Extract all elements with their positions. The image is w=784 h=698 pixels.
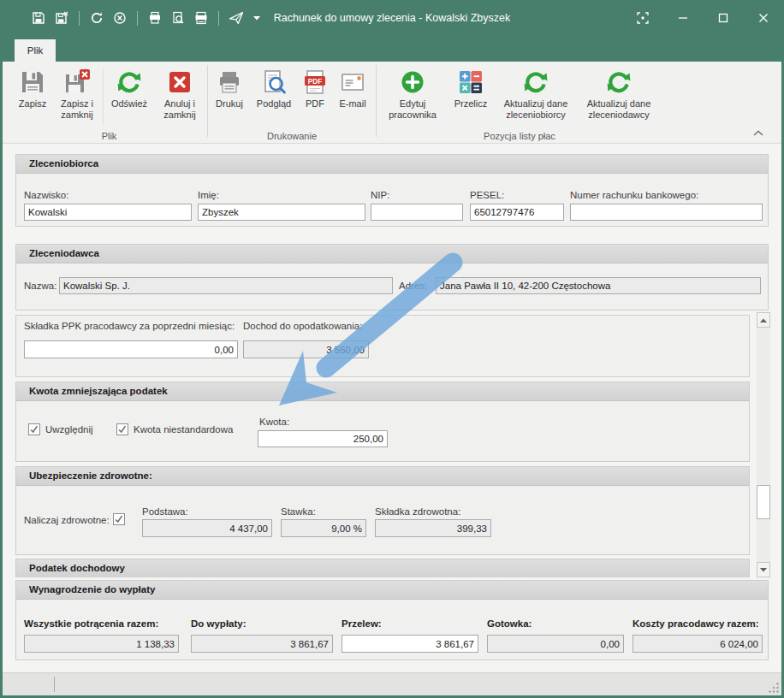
ribbon-group-separator xyxy=(376,65,377,137)
numer-rachunku-input[interactable] xyxy=(570,204,763,221)
ribbon-group-plik: Zapisz Zapisz i zamknij Odśwież Anuluj i… xyxy=(13,62,205,143)
kwota-input[interactable] xyxy=(258,430,388,447)
svg-text:PDF: PDF xyxy=(308,78,322,86)
refresh-icon xyxy=(116,68,143,96)
check-icon xyxy=(117,424,128,435)
gotowka-input xyxy=(487,635,624,653)
refresh-icon xyxy=(605,68,633,96)
check-icon xyxy=(29,424,39,435)
vertical-scrollbar[interactable] xyxy=(757,312,770,577)
imie-label: Imię: xyxy=(198,190,219,200)
preview-icon[interactable] xyxy=(170,10,186,26)
nazwisko-input[interactable] xyxy=(24,204,192,221)
nazwa-input xyxy=(59,277,393,294)
chevron-up-icon xyxy=(753,130,763,136)
section-title: Ubezpieczenie zdrowotne: xyxy=(16,467,749,486)
scroll-up-button[interactable] xyxy=(757,312,770,328)
pesel-input[interactable] xyxy=(470,204,564,221)
podstawa-input xyxy=(142,519,272,537)
ribbon-collapse-button[interactable] xyxy=(751,127,766,139)
qat-dropdown-icon[interactable] xyxy=(252,10,262,26)
kwota-niestandardowa-checkbox[interactable] xyxy=(116,423,128,435)
maximize-button[interactable] xyxy=(715,9,732,27)
adres-input xyxy=(436,277,761,294)
do-wyplaty-label: Do wypłaty: xyxy=(191,618,246,629)
nip-input[interactable] xyxy=(371,204,463,221)
print-icon[interactable] xyxy=(147,10,163,26)
pdf-icon: PDF xyxy=(301,68,329,96)
scroll-down-button[interactable] xyxy=(757,562,770,577)
close-button[interactable] xyxy=(755,9,772,27)
zapisz-button[interactable]: Zapisz xyxy=(13,62,52,109)
skladka-zdrowotna-label: Składka zdrowotna: xyxy=(375,506,460,517)
drukuj-button[interactable]: Drukuj xyxy=(210,62,249,109)
skladka-ppk-input[interactable] xyxy=(24,340,238,358)
qat-separator xyxy=(137,11,138,26)
numer-rachunku-label: Numer rachunku bankowego: xyxy=(570,190,698,200)
koszty-pracodawcy-input xyxy=(633,635,763,653)
tab-band: Plik xyxy=(3,36,781,62)
section-podatek-dochodowy: Podatek dochodowy xyxy=(15,559,750,577)
stawka-input xyxy=(281,519,366,537)
scrollbar-thumb[interactable] xyxy=(757,485,770,519)
podstawa-label: Podstawa: xyxy=(142,506,188,517)
scroll-panel: Składka PPK pracodawcy za poprzedni mies… xyxy=(15,312,750,577)
adres-label: Adres: xyxy=(399,281,427,291)
section-title: Zleceniodawca xyxy=(16,245,768,263)
dochod-input xyxy=(243,340,369,358)
naliczaj-zdrowotne-checkbox[interactable] xyxy=(113,513,125,525)
qat-separator xyxy=(79,11,80,26)
arrow-up-icon xyxy=(760,318,767,322)
section-ppk: Składka PPK pracodawcy za poprzedni mies… xyxy=(15,315,750,377)
przelew-input[interactable] xyxy=(342,635,478,653)
zapisz-i-zamknij-button[interactable]: Zapisz i zamknij xyxy=(52,62,102,121)
section-title: Zleceniobiorca xyxy=(16,155,768,174)
focus-mode-icon[interactable] xyxy=(634,9,651,27)
pdf-button[interactable]: PDF PDF xyxy=(299,62,331,109)
check-icon xyxy=(114,514,124,524)
pesel-label: PESEL: xyxy=(470,190,504,200)
section-zleceniodawca: Zleceniodawca Nazwa: Adres: xyxy=(15,244,769,311)
stawka-label: Stawka: xyxy=(281,506,316,517)
ribbon-group-separator xyxy=(207,65,208,137)
uwzglednij-checkbox[interactable] xyxy=(28,423,40,435)
save-close-icon xyxy=(63,68,91,96)
cancel-icon xyxy=(166,68,193,96)
client-area: Zapisz Zapisz i zamknij Odśwież Anuluj i… xyxy=(3,62,781,695)
section-title: Podatek dochodowy xyxy=(16,559,749,577)
ribbon-group-caption: Pozycja listy płac xyxy=(378,131,661,141)
tab-plik[interactable]: Plik xyxy=(15,39,56,62)
resize-grip[interactable] xyxy=(768,682,780,694)
przelicz-button[interactable]: Przelicz xyxy=(447,62,495,109)
nip-label: NIP: xyxy=(371,190,389,200)
save-icon[interactable] xyxy=(31,10,46,26)
pdf-icon[interactable] xyxy=(193,10,209,26)
edytuj-pracownika-button[interactable]: Edytuj pracownika xyxy=(378,62,447,121)
nazwa-label: Nazwa: xyxy=(24,281,56,291)
kwota-label: Kwota: xyxy=(259,417,289,427)
skladka-zdrowotna-input xyxy=(375,519,491,537)
section-wynagrodzenie: Wynagrodzenie do wypłaty Wszystkie potrą… xyxy=(15,580,769,660)
refresh-icon[interactable] xyxy=(89,10,104,26)
save-close-icon[interactable] xyxy=(54,10,69,26)
odswiez-button[interactable]: Odśwież xyxy=(104,62,154,109)
email-icon xyxy=(339,68,366,96)
preview-icon xyxy=(260,68,288,96)
kwota-niestandardowa-label: Kwota niestandardowa xyxy=(134,424,233,435)
ribbon: Zapisz Zapisz i zamknij Odśwież Anuluj i… xyxy=(3,62,781,144)
skladka-ppk-label: Składka PPK pracodawcy za poprzedni mies… xyxy=(24,321,235,331)
status-separator xyxy=(54,677,55,692)
podglad-button[interactable]: Podgląd xyxy=(249,62,299,109)
titlebar: Rachunek do umowy zlecenia - Kowalski Zb… xyxy=(0,0,784,36)
arrow-down-icon xyxy=(760,568,767,572)
send-icon[interactable] xyxy=(229,10,244,26)
cancel-icon[interactable] xyxy=(112,10,128,26)
anuluj-i-zamknij-button[interactable]: Anuluj i zamknij xyxy=(154,62,205,121)
aktualizuj-zleceniodawcy-button[interactable]: Aktualizuj dane zleceniodawcy xyxy=(577,62,661,121)
aktualizuj-zleceniobiorcy-button[interactable]: Aktualizuj dane zleceniobiorcy xyxy=(495,62,577,121)
ribbon-group-drukowanie: Drukuj Podgląd PDF PDF E-mail Drukowanie xyxy=(210,62,374,143)
print-icon xyxy=(216,68,243,96)
email-button[interactable]: E-mail xyxy=(331,62,374,109)
minimize-button[interactable] xyxy=(674,9,692,27)
imie-input[interactable] xyxy=(198,204,365,221)
